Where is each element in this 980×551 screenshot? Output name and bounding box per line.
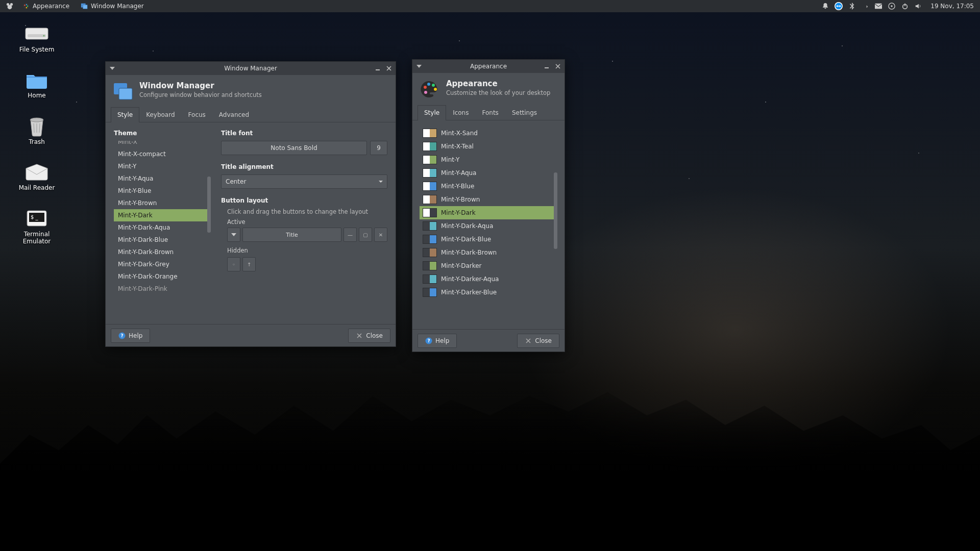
layout-maximize-button[interactable]: ▢	[359, 228, 372, 242]
svg-point-5	[26, 4, 27, 5]
minimize-button[interactable]	[372, 63, 383, 74]
mail-tray-icon[interactable]	[874, 2, 883, 10]
ap-style-item[interactable]: Mint-Y-Darker	[420, 259, 557, 272]
wm-theme-item[interactable]: Mint-Y-Dark-Pink	[114, 283, 211, 295]
power-icon[interactable]	[901, 2, 909, 10]
volume-icon[interactable]	[914, 2, 922, 10]
taskbar-item-label: Appearance	[33, 3, 69, 10]
taskbar-item-appearance[interactable]: Appearance	[17, 0, 75, 12]
svg-rect-9	[83, 5, 87, 9]
layout-shade-button[interactable]: ◦	[227, 257, 240, 271]
network-icon[interactable]	[861, 2, 869, 10]
close-button[interactable]	[552, 61, 564, 72]
wm-theme-scrollbar[interactable]	[207, 177, 211, 233]
ap-titlebar[interactable]: Appearance	[412, 60, 565, 73]
tab-focus[interactable]: Focus	[182, 107, 212, 122]
wallpaper-treeline	[0, 357, 980, 551]
window-menu-button[interactable]	[107, 63, 118, 74]
button-layout-hidden[interactable]: ◦ ↑	[227, 257, 387, 271]
ap-style-scrollbar[interactable]	[554, 172, 557, 249]
svg-text:$ _: $ _	[31, 214, 39, 220]
wm-help-button[interactable]: ? Help	[111, 329, 150, 343]
ap-style-name: Mint-Y-Darker	[441, 262, 482, 269]
tab-style[interactable]: Style	[418, 105, 446, 120]
ap-help-button[interactable]: ? Help	[418, 334, 457, 348]
tab-style[interactable]: Style	[111, 107, 139, 122]
buttonlayout-hint: Click and drag the buttons to change the…	[227, 208, 387, 215]
teamviewer-tray-icon[interactable]	[835, 2, 843, 10]
wm-theme-item[interactable]: Mint-Y-Brown	[114, 197, 211, 209]
ap-style-item[interactable]: Mint-Y-Dark-Blue	[420, 233, 557, 246]
wm-theme-item[interactable]: Mint-Y-Dark-Grey	[114, 258, 211, 270]
window-manager-app-icon	[113, 81, 133, 102]
appearance-app-icon	[420, 79, 440, 99]
titlefont-label: Title font	[221, 130, 387, 137]
ap-style-item[interactable]: Mint-Y-Aqua	[420, 166, 557, 180]
wm-theme-item[interactable]: Mint-X-compact	[114, 148, 211, 160]
layout-menu-button[interactable]	[227, 228, 240, 242]
desktop-icon-terminal[interactable]: $ _ Terminal Emulator	[14, 208, 59, 245]
tab-settings[interactable]: Settings	[505, 105, 544, 120]
style-swatch-icon	[423, 235, 437, 244]
window-menu-button[interactable]	[413, 61, 425, 72]
wm-theme-item[interactable]: Mint-Y-Blue	[114, 185, 211, 197]
layout-title-slot[interactable]: Title	[242, 228, 341, 242]
wm-close-button[interactable]: Close	[348, 329, 390, 343]
ap-style-item[interactable]: Mint-Y	[420, 153, 557, 166]
ap-style-item[interactable]: Mint-Y-Dark-Aqua	[420, 219, 557, 233]
ap-style-name: Mint-Y-Dark-Blue	[441, 236, 491, 243]
wm-theme-item[interactable]: Mint-Y	[114, 160, 211, 172]
ap-header: Appearance Customize the look of your de…	[412, 73, 565, 105]
layout-minimize-button[interactable]: —	[344, 228, 357, 242]
desktop-icon-filesystem[interactable]: File System	[14, 23, 59, 53]
tab-keyboard[interactable]: Keyboard	[139, 107, 181, 122]
button-layout-active[interactable]: Title — ▢ ✕	[227, 228, 387, 242]
folder-home-icon	[24, 69, 49, 90]
tab-advanced[interactable]: Advanced	[212, 107, 256, 122]
layout-stick-button[interactable]: ↑	[242, 257, 256, 271]
ap-style-item[interactable]: Mint-Y-Darker-Aqua	[420, 272, 557, 286]
updates-icon[interactable]	[888, 2, 896, 10]
wm-theme-item[interactable]: Mint-X	[114, 141, 211, 148]
svg-point-2	[10, 3, 13, 6]
svg-point-6	[27, 6, 28, 7]
wm-theme-item[interactable]: Mint-Y-Aqua	[114, 172, 211, 185]
desktop-icon-home[interactable]: Home	[14, 69, 59, 99]
tab-icons[interactable]: Icons	[446, 105, 475, 120]
bluetooth-icon[interactable]	[848, 2, 856, 10]
wm-theme-list[interactable]: Mint-XMint-X-compactMint-YMint-Y-AquaMin…	[114, 141, 211, 308]
ap-close-button[interactable]: Close	[517, 334, 559, 348]
svg-point-34	[427, 83, 430, 86]
wm-titlebar[interactable]: Window Manager	[106, 62, 396, 75]
svg-point-7	[26, 7, 27, 8]
title-alignment-combo[interactable]: Center	[221, 174, 387, 189]
taskbar-item-window-manager[interactable]: Window Manager	[76, 0, 149, 12]
svg-rect-29	[119, 88, 132, 99]
ap-style-item[interactable]: Mint-Y-Darker-Blue	[420, 286, 557, 299]
ap-style-item[interactable]: Mint-Y-Blue	[420, 180, 557, 193]
wm-header-subtitle: Configure window behavior and shortcuts	[139, 91, 262, 98]
desktop-icon-mail[interactable]: Mail Reader	[14, 162, 59, 191]
minimize-button[interactable]	[541, 61, 552, 72]
wm-theme-item[interactable]: Mint-Y-Dark	[114, 209, 211, 221]
wm-theme-item[interactable]: Mint-Y-Dark-Orange	[114, 270, 211, 283]
panel-clock[interactable]: 19 Nov, 17:05	[927, 3, 977, 10]
ap-style-list[interactable]: Mint-X-SandMint-X-TealMint-YMint-Y-AquaM…	[420, 127, 557, 310]
ap-style-item[interactable]: Mint-X-Sand	[420, 127, 557, 140]
tab-fonts[interactable]: Fonts	[475, 105, 505, 120]
ap-style-item[interactable]: Mint-Y-Dark	[420, 206, 557, 219]
notification-bell-icon[interactable]	[821, 2, 829, 10]
wm-theme-item[interactable]: Mint-Y-Dark-Blue	[114, 234, 211, 246]
ap-style-item[interactable]: Mint-X-Teal	[420, 140, 557, 153]
ap-style-item[interactable]: Mint-Y-Brown	[420, 193, 557, 206]
wm-theme-item[interactable]: Mint-Y-Dark-Aqua	[114, 221, 211, 234]
ap-style-item[interactable]: Mint-Y-Dark-Brown	[420, 246, 557, 259]
whisker-menu-button[interactable]	[3, 0, 16, 12]
layout-close-button[interactable]: ✕	[374, 228, 387, 242]
wm-theme-item[interactable]: Mint-Y-Dark-Brown	[114, 246, 211, 258]
desktop-icon-trash[interactable]: Trash	[14, 116, 59, 145]
title-font-size-spinner[interactable]: 9	[370, 141, 387, 155]
close-button[interactable]	[383, 63, 395, 74]
title-font-button[interactable]: Noto Sans Bold	[221, 141, 367, 155]
ap-style-name: Mint-X-Sand	[441, 130, 478, 137]
